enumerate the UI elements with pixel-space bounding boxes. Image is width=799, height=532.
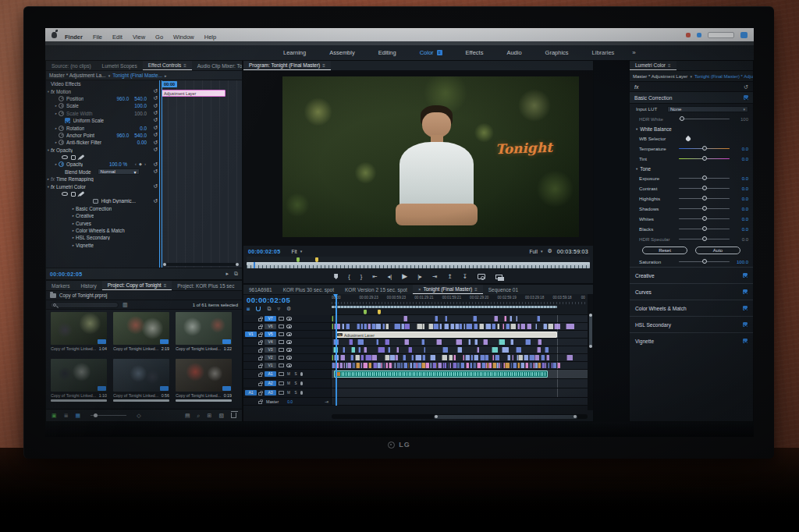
icon-view-icon[interactable]: ▦ [76, 413, 81, 418]
param-value[interactable]: 540.0 [134, 96, 147, 101]
timeline-clip[interactable] [520, 363, 524, 368]
nest-toggle-icon[interactable]: ⧈ [247, 306, 250, 311]
timeline-clip[interactable] [473, 363, 477, 368]
reset-icon[interactable]: ↺ [153, 147, 158, 153]
auto-button[interactable]: Auto [695, 246, 740, 254]
sync-lock-icon[interactable] [279, 340, 284, 344]
track-target-button[interactable]: A2 [265, 381, 276, 386]
timeline-clip[interactable] [365, 355, 371, 360]
track-target-button[interactable]: V1 [265, 363, 276, 368]
timeline-clip[interactable] [343, 363, 345, 368]
timeline-clip[interactable] [400, 363, 403, 368]
sync-lock-icon[interactable] [279, 317, 284, 321]
rect-mask-icon[interactable] [71, 192, 76, 197]
timeline-clip[interactable] [492, 355, 494, 360]
track-lock-icon[interactable] [258, 326, 262, 329]
track-lane-master[interactable] [332, 398, 588, 405]
stopwatch-icon[interactable] [59, 133, 64, 138]
apple-menu-icon[interactable] [51, 32, 57, 38]
project-clip[interactable]: Copy of Tonight Linked...0:19 [176, 359, 232, 404]
timeline-clip[interactable] [421, 363, 424, 368]
timeline-clip[interactable] [520, 324, 525, 329]
clip-thumbnail[interactable] [176, 359, 232, 392]
pen-mask-icon[interactable] [79, 154, 84, 159]
snapshot-icon[interactable]: ⧉ [234, 271, 238, 277]
section-enabled-checkbox[interactable] [743, 339, 748, 344]
timeline-clip[interactable] [430, 363, 431, 368]
timeline-clip[interactable] [483, 339, 488, 345]
slider-track[interactable] [679, 178, 730, 179]
timeline-clip[interactable] [510, 339, 513, 345]
timeline-clip[interactable] [479, 324, 484, 329]
timeline-clip[interactable] [444, 324, 449, 329]
timeline-clip[interactable] [385, 324, 389, 329]
timeline-clip[interactable] [499, 363, 500, 368]
checkbox[interactable] [65, 118, 70, 123]
timeline-clip[interactable] [513, 363, 517, 368]
track-output-icon[interactable] [286, 325, 292, 328]
effect-name[interactable]: Lumetri Color [56, 184, 86, 190]
program-video[interactable]: Tonight [282, 76, 579, 237]
filter-icon[interactable]: ▥ [123, 302, 128, 307]
timeline-clip[interactable] [502, 324, 504, 329]
input-lut-dropdown[interactable]: None▾ [667, 106, 748, 112]
timeline-clip[interactable] [477, 347, 479, 353]
slider-track[interactable] [679, 239, 730, 240]
source-patch-a1[interactable]: A1 [245, 390, 257, 395]
track-lock-icon[interactable] [258, 318, 262, 321]
timeline-settings-icon[interactable]: ⚙ [286, 306, 291, 311]
timeline-clip[interactable] [363, 363, 368, 368]
timeline-clip[interactable] [502, 347, 509, 353]
group-label[interactable]: Vignette [76, 243, 94, 248]
timeline-clip[interactable] [385, 339, 389, 345]
sequence-clip-label[interactable]: Tonight (Final Maste... [112, 73, 162, 78]
timeline-clip[interactable] [410, 363, 412, 368]
timeline-clip[interactable] [401, 324, 404, 329]
timeline-clip[interactable] [364, 347, 366, 353]
voiceover-icon[interactable] [300, 381, 303, 385]
adjustment-layer-clip[interactable]: Adjustment Layer [162, 90, 225, 97]
timeline-clip[interactable] [442, 363, 443, 368]
timeline-clip[interactable] [351, 347, 356, 353]
slider-knob[interactable] [702, 216, 707, 221]
project-clip[interactable]: Copy of Tonight Linked...2:19 [113, 312, 169, 357]
track-target-button[interactable]: V6 [265, 324, 276, 329]
left-tab[interactable]: Effect Controls≡ [143, 61, 192, 70]
timeline-clip[interactable] [497, 324, 499, 329]
timeline-clip[interactable] [403, 363, 407, 368]
workspace-tab-libraries[interactable]: Libraries [581, 49, 627, 56]
project-tabs-overflow-icon[interactable]: » [240, 281, 242, 290]
reset-button[interactable]: Reset [642, 246, 687, 254]
program-scrubber[interactable] [247, 262, 590, 268]
timeline-clip[interactable] [394, 363, 396, 368]
timeline-clip[interactable] [546, 355, 549, 360]
search-input[interactable] [50, 302, 119, 308]
project-tab[interactable]: Project: KOR Plus 15 sec [172, 281, 240, 290]
timeline-clip[interactable] [465, 355, 469, 360]
twirl-icon[interactable]: ▾ [636, 127, 637, 131]
timeline-clip[interactable] [394, 324, 400, 329]
track-lane-a3[interactable] [332, 388, 588, 397]
slider-knob[interactable] [702, 186, 707, 190]
timeline-clip[interactable] [433, 324, 439, 329]
timeline-clip[interactable] [403, 355, 405, 360]
track-output-icon[interactable] [286, 356, 292, 360]
project-clip[interactable]: Copy of Tonight Linked...1:04 [51, 312, 107, 357]
sequence-tab[interactable]: KOR Plus 30 sec. spot [278, 285, 339, 294]
slider-knob[interactable] [702, 156, 707, 161]
eyedropper-icon[interactable] [685, 135, 691, 141]
slider-value[interactable]: 0.0 [733, 186, 748, 191]
sequence-tab[interactable]: Sequence 01 [483, 285, 524, 294]
slider-value[interactable]: 0.0 [733, 176, 748, 181]
timeline-clip[interactable] [450, 324, 454, 329]
timeline-clip[interactable] [357, 324, 360, 329]
program-playhead[interactable] [254, 262, 255, 268]
snap-toggle-icon[interactable] [256, 307, 261, 311]
timeline-ruler[interactable]: 00:0000:00:29:2300:00:59:2300:01:29:2100… [332, 294, 588, 315]
track-lane-v5[interactable]: fxAdjustment Layer [332, 331, 588, 338]
extract-button[interactable]: ↧ [462, 274, 467, 280]
track-lock-icon[interactable] [258, 374, 262, 377]
slider-value[interactable]: 0.0 [733, 237, 748, 242]
timeline-clip[interactable] [529, 363, 532, 368]
track-output-icon[interactable] [286, 340, 292, 344]
